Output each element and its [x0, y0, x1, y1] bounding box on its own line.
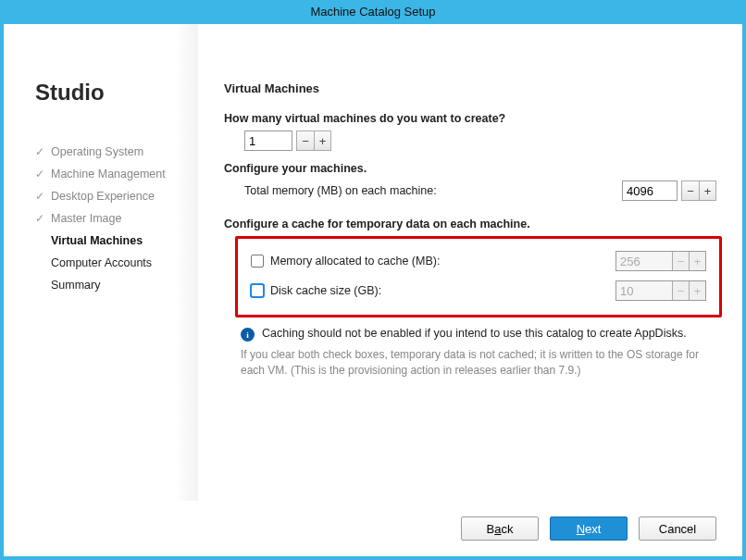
next-button[interactable]: Next: [550, 516, 628, 541]
cache-memory-row: Memory allocated to cache (MB): − +: [251, 246, 706, 276]
memory-increment[interactable]: +: [699, 181, 715, 200]
memory-row: Total memory (MB) on each machine: − +: [224, 180, 716, 201]
brand-title: Studio: [35, 80, 181, 106]
step-label: Master Image: [51, 212, 121, 225]
step-label: Machine Management: [51, 168, 166, 180]
memory-stepper: − +: [622, 180, 716, 201]
window-title: Machine Catalog Setup: [310, 5, 435, 19]
step-label: Desktop Experience: [51, 190, 155, 203]
cache-memory-stepper: − +: [615, 251, 706, 271]
step-virtual-machines: ✓Virtual Machines: [35, 230, 181, 252]
cache-disk-checkbox[interactable]: [251, 284, 264, 297]
title-bar: Machine Catalog Setup: [4, 4, 742, 24]
page-heading: Virtual Machines: [224, 81, 716, 95]
step-operating-system: ✓Operating System: [35, 141, 181, 163]
cache-heading: Configure a cache for temporary data on …: [224, 218, 716, 230]
memory-input[interactable]: [622, 180, 678, 201]
cache-disk-row: Disk cache size (GB): − +: [251, 276, 706, 305]
step-label: Computer Accounts: [51, 256, 152, 269]
configure-heading: Configure your machines.: [224, 162, 716, 175]
cache-disk-label: Disk cache size (GB):: [270, 284, 381, 297]
step-label: Summary: [51, 279, 100, 292]
step-label: Virtual Machines: [51, 234, 143, 247]
check-icon: ✓: [35, 212, 48, 225]
wizard-footer: Back Next Cancel: [4, 501, 742, 556]
vm-count-input[interactable]: [244, 131, 292, 151]
back-button[interactable]: Back: [461, 516, 539, 541]
cache-disk-increment: +: [689, 281, 705, 300]
memory-decrement[interactable]: −: [682, 181, 699, 200]
vm-count-decrement[interactable]: −: [297, 131, 314, 150]
vm-count-increment[interactable]: +: [314, 131, 330, 150]
step-label: Operating System: [51, 145, 143, 158]
cache-memory-checkbox[interactable]: [251, 255, 264, 268]
cache-hint: If you clear both check boxes, temporary…: [241, 347, 709, 380]
cache-highlight: Memory allocated to cache (MB): − + Disk…: [235, 236, 722, 317]
sidebar: Studio ✓Operating System ✓Machine Manage…: [4, 24, 198, 501]
cache-memory-input: [616, 252, 672, 270]
wizard-body: Studio ✓Operating System ✓Machine Manage…: [4, 24, 742, 501]
step-master-image: ✓Master Image: [35, 207, 181, 230]
cache-memory-label: Memory allocated to cache (MB):: [270, 255, 440, 268]
cache-disk-stepper: − +: [615, 280, 706, 301]
check-icon: ✓: [35, 145, 48, 158]
info-text: Caching should not be enabled if you int…: [262, 327, 687, 342]
cache-memory-increment: +: [689, 252, 705, 270]
step-summary: ✓Summary: [35, 274, 181, 296]
check-icon: ✓: [35, 168, 48, 180]
wizard-window: Machine Catalog Setup Studio ✓Operating …: [0, 0, 746, 560]
wizard-steps: ✓Operating System ✓Machine Management ✓D…: [35, 141, 181, 296]
check-icon: ✓: [35, 190, 48, 203]
memory-label: Total memory (MB) on each machine:: [224, 184, 437, 197]
vm-count-question: How many virtual machines do you want to…: [224, 112, 716, 125]
cancel-button[interactable]: Cancel: [639, 516, 716, 541]
cache-disk-input: [616, 281, 672, 300]
step-machine-management: ✓Machine Management: [35, 163, 181, 185]
cache-disk-decrement: −: [672, 281, 689, 300]
vm-count-stepper: − +: [244, 131, 331, 151]
info-row: i Caching should not be enabled if you i…: [241, 327, 716, 342]
cache-memory-decrement: −: [672, 252, 689, 270]
main-panel: Virtual Machines How many virtual machin…: [198, 24, 742, 501]
step-desktop-experience: ✓Desktop Experience: [35, 185, 181, 207]
step-computer-accounts: ✓Computer Accounts: [35, 252, 181, 274]
info-icon: i: [241, 328, 255, 342]
